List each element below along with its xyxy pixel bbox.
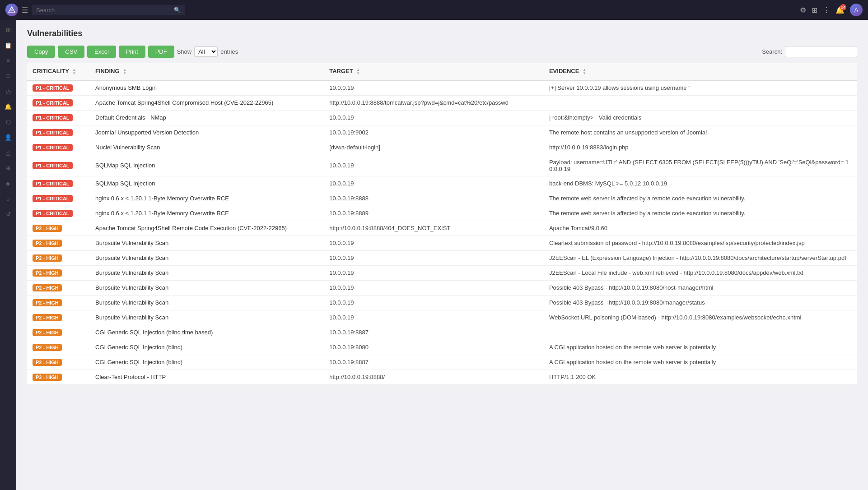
topbar-right: ⚙ ⊞ ⋮ 🔔 24 A [800,4,863,16]
table-row: P2 - HIGH Burpsuite Vulnerability Scan 1… [27,250,857,265]
evidence-cell: | root:&lh;empty> - Valid credentials [544,110,857,125]
sidebar-item-layers[interactable]: ⊕ [2,162,14,174]
col-evidence[interactable]: EVIDENCE ▲▼ [544,63,857,80]
evidence-cell: back-end DBMS: MySQL >= 5.0.12 10.0.0.19 [544,176,857,191]
evidence-cell: A CGI application hosted on the remote w… [544,355,857,370]
target-cell: 10.0.0.19 [324,310,544,325]
sort-arrows-finding: ▲▼ [123,68,126,75]
severity-badge: P2 - HIGH [33,225,62,232]
target-cell: 10.0.0.19 [324,80,544,96]
severity-badge: P1 - CRITICAL [33,180,73,187]
severity-badge: P2 - HIGH [33,359,62,366]
severity-badge: P2 - HIGH [33,269,62,277]
table-body: P1 - CRITICAL Anonymous SMB Login 10.0.0… [27,80,857,385]
table-row: P1 - CRITICAL Nuclei Vulnerability Scan … [27,140,857,155]
finding-cell: Burpsuite Vulnerability Scan [90,265,324,280]
table-row: P2 - HIGH Burpsuite Vulnerability Scan 1… [27,236,857,250]
settings-icon[interactable]: ⚙ [800,6,806,14]
evidence-cell: The remote web server is affected by a r… [544,206,857,221]
table-search-input[interactable] [785,46,857,57]
sidebar-item-users[interactable]: 👤 [2,131,14,143]
menu-icon[interactable]: ☰ [22,6,28,14]
sidebar-item-bell[interactable]: 🔔 [2,100,14,113]
print-button[interactable]: Print [119,46,145,58]
severity-cell: P2 - HIGH [27,355,90,370]
finding-cell: nginx 0.6.x < 1.20.1 1-Byte Memory Overw… [90,191,324,206]
finding-cell: Burpsuite Vulnerability Scan [90,310,324,325]
sidebar-item-shield[interactable]: ⬡ [2,116,14,128]
sidebar-item-warning[interactable]: △ [2,146,14,159]
severity-cell: P1 - CRITICAL [27,125,90,140]
table-row: P2 - HIGH Burpsuite Vulnerability Scan 1… [27,310,857,325]
finding-cell: Burpsuite Vulnerability Scan [90,295,324,310]
target-cell: 10.0.0.19:8887 [324,355,544,370]
severity-badge: P1 - CRITICAL [33,210,73,217]
sidebar-item-list2[interactable]: ☰ [2,69,14,82]
severity-badge: P1 - CRITICAL [33,114,73,121]
table-row: P2 - HIGH Burpsuite Vulnerability Scan 1… [27,265,857,280]
severity-cell: P2 - HIGH [27,325,90,340]
evidence-cell: The remote web server is affected by a r… [544,191,857,206]
finding-cell: SQLMap SQL Injection [90,155,324,176]
table-row: P1 - CRITICAL SQLMap SQL Injection 10.0.… [27,176,857,191]
page-title: Vulnerabilities [27,29,857,38]
severity-cell: P2 - HIGH [27,310,90,325]
sidebar-item-list[interactable]: ≡ [2,54,14,67]
excel-button[interactable]: Excel [87,46,116,58]
severity-badge: P2 - HIGH [33,344,62,351]
finding-cell: Default Credentials - NMap [90,110,324,125]
dots-icon[interactable]: ⋮ [823,6,830,14]
sort-arrows-evidence: ▲▼ [583,68,586,75]
table-search: Search: [762,46,857,57]
severity-cell: P1 - CRITICAL [27,140,90,155]
table-row: P1 - CRITICAL Apache Tomcat Spring4Shell… [27,95,857,110]
notification-bell[interactable]: 🔔 24 [835,6,845,14]
sidebar-item-refresh[interactable]: ↺ [2,208,14,220]
grid-icon[interactable]: ⊞ [812,6,817,14]
evidence-cell [544,95,857,110]
sidebar-item-search[interactable]: ⌕ [2,192,14,205]
sort-arrows-criticality: ▲▼ [72,68,76,75]
table-row: P1 - CRITICAL Default Credentials - NMap… [27,110,857,125]
sidebar-item-dashboard[interactable]: ⊞ [2,23,14,36]
copy-button[interactable]: Copy [27,46,55,58]
csv-button[interactable]: CSV [58,46,84,58]
sidebar-item-document[interactable]: 📋 [2,39,14,51]
sidebar-item-shop[interactable]: ◈ [2,177,14,190]
table-row: P2 - HIGH Burpsuite Vulnerability Scan 1… [27,295,857,310]
evidence-cell: HTTP/1.1 200 OK [544,370,857,384]
col-target[interactable]: TARGET ▲▼ [324,63,544,80]
evidence-cell: Cleartext submission of password - http:… [544,236,857,250]
search-input[interactable] [36,7,171,14]
col-finding[interactable]: FINDING ▲▼ [90,63,324,80]
target-cell: 10.0.0.19:8080 [324,340,544,355]
table-row: P1 - CRITICAL nginx 0.6.x < 1.20.1 1-Byt… [27,206,857,221]
col-criticality[interactable]: CRITICALITY ▲▼ [27,63,90,80]
severity-cell: P1 - CRITICAL [27,191,90,206]
table-row: P1 - CRITICAL Anonymous SMB Login 10.0.0… [27,80,857,96]
finding-cell: Nuclei Vulnerability Scan [90,140,324,155]
evidence-cell: WebSocket URL poisoning (DOM-based) - ht… [544,310,857,325]
finding-cell: Burpsuite Vulnerability Scan [90,236,324,250]
evidence-cell: http://10.0.0.19:8883/login.php [544,140,857,155]
user-avatar[interactable]: A [850,4,863,16]
entries-label: entries [220,48,238,55]
table-row: P2 - HIGH CGI Generic SQL Injection (bli… [27,355,857,370]
table-row: P2 - HIGH CGI Generic SQL Injection (bli… [27,340,857,355]
target-cell: 10.0.0.19:9002 [324,125,544,140]
severity-cell: P2 - HIGH [27,221,90,236]
entries-select[interactable]: All 10 25 50 100 [194,46,218,57]
severity-badge: P1 - CRITICAL [33,195,73,202]
target-cell: 10.0.0.19:8887 [324,325,544,340]
target-cell: 10.0.0.19:8888 [324,191,544,206]
sidebar-item-clock[interactable]: ◷ [2,85,14,97]
toolbar: Copy CSV Excel Print PDF Show All 10 25 … [27,46,857,58]
evidence-cell: Payload: username=UTLr' AND (SELECT 6305… [544,155,857,176]
show-label: Show [177,48,192,55]
finding-cell: Burpsuite Vulnerability Scan [90,280,324,295]
pdf-button[interactable]: PDF [148,46,174,58]
table-row: P2 - HIGH Clear-Text Protocol - HTTP htt… [27,370,857,384]
finding-cell: Burpsuite Vulnerability Scan [90,250,324,265]
target-cell: 10.0.0.19 [324,250,544,265]
search-label: Search: [762,48,782,55]
